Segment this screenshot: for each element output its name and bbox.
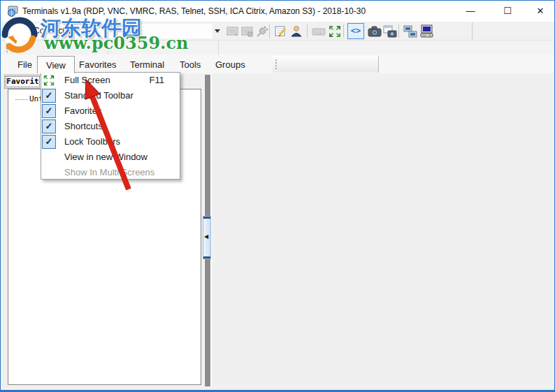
- menu-item-shortcuts[interactable]: ✓ Shortcuts: [41, 119, 180, 134]
- close-icon[interactable]: ✕: [524, 1, 555, 22]
- capture-window-icon[interactable]: [383, 24, 397, 38]
- screenshot-camera-icon[interactable]: [368, 24, 382, 38]
- maximize-icon[interactable]: ☐: [491, 1, 524, 22]
- fullscreen-menu-icon: [43, 74, 55, 87]
- toolbar-separator: [307, 24, 308, 38]
- connect-to-combobox[interactable]: Connect To: [29, 24, 212, 38]
- credentials-user-icon[interactable]: [289, 24, 303, 38]
- connect-new-tab-icon[interactable]: [240, 24, 254, 38]
- tree-connector: [15, 99, 28, 100]
- menu-item-show-in-multi-screens: Show In Multi Screens: [41, 165, 180, 180]
- menu-item-standard-toolbar[interactable]: ✓ Standard Toolbar: [41, 88, 180, 103]
- menu-item-lock-toolbars[interactable]: ✓ Lock Toolbars: [41, 134, 180, 150]
- standard-toolbar: Connect To: [1, 22, 554, 41]
- checkbox-checked-icon: ✓: [42, 89, 56, 103]
- window-title: Terminals v1.9a (RDP, VNC, VMRC, RAS, Te…: [22, 6, 366, 16]
- edit-note-icon[interactable]: [274, 24, 288, 38]
- combo-dropdown-icon[interactable]: [215, 29, 220, 33]
- toolbar-grip[interactable]: [6, 26, 8, 36]
- new-connection-icon[interactable]: [12, 24, 26, 38]
- toolbar-separator: [343, 24, 344, 38]
- title-bar[interactable]: Terminals v1.9a (RDP, VNC, VMRC, RAS, Te…: [1, 1, 554, 22]
- network-computers-icon[interactable]: [403, 24, 417, 38]
- toolbar-separator: [108, 41, 108, 55]
- menu-bar: File View Favorites Terminal Tools Group…: [1, 55, 554, 73]
- splitter-collapse-button[interactable]: ◀: [203, 216, 211, 259]
- menu-item-view-in-new-window[interactable]: View in new Window: [41, 150, 180, 165]
- command-code-icon[interactable]: <>: [347, 23, 364, 39]
- menu-view[interactable]: View: [37, 56, 75, 73]
- checkbox-checked-icon: ✓: [42, 104, 56, 118]
- fullscreen-icon[interactable]: [328, 24, 342, 38]
- menu-file[interactable]: File: [9, 56, 41, 73]
- tree-item-untitled[interactable]: Unt: [15, 94, 43, 103]
- shortcut-f11: F11: [150, 75, 164, 85]
- tab-favorites[interactable]: Favorit: [4, 75, 41, 89]
- app-icon: [7, 6, 19, 17]
- toolbar-grip[interactable]: [275, 59, 277, 69]
- menu-terminal[interactable]: Terminal: [122, 56, 173, 73]
- menu-groups[interactable]: Groups: [207, 56, 254, 73]
- checkbox-checked-icon: ✓: [42, 135, 56, 149]
- shortcuts-toolbar: [1, 41, 554, 55]
- view-menu-popup: Full Screen F11 ✓ Standard Toolbar ✓ Fav…: [41, 72, 180, 180]
- empty-toolbar-segment: [273, 56, 379, 73]
- keyboard-icon[interactable]: [312, 24, 326, 38]
- computer-icon[interactable]: [420, 24, 434, 38]
- menu-tools[interactable]: Tools: [171, 56, 209, 73]
- menu-item-full-screen[interactable]: Full Screen F11: [41, 73, 180, 88]
- collapse-left-icon: ◀: [204, 233, 208, 240]
- menu-favorites[interactable]: Favorites: [71, 56, 124, 73]
- minimize-icon[interactable]: —: [454, 1, 486, 22]
- toolbar-grip[interactable]: [6, 43, 8, 52]
- toolbar-separator: [269, 24, 270, 38]
- quick-connect-icon[interactable]: [255, 24, 269, 38]
- connect-icon[interactable]: [226, 24, 240, 38]
- terminal-workspace: [210, 73, 554, 386]
- checkbox-checked-icon: ✓: [42, 119, 56, 133]
- toolbar-separator: [472, 22, 473, 40]
- toolbar-separator: [218, 41, 219, 55]
- toolbar-separator: [398, 24, 399, 38]
- menu-item-favorites[interactable]: ✓ Favorites: [41, 103, 180, 119]
- app-window: Terminals v1.9a (RDP, VNC, VMRC, RAS, Te…: [0, 0, 555, 392]
